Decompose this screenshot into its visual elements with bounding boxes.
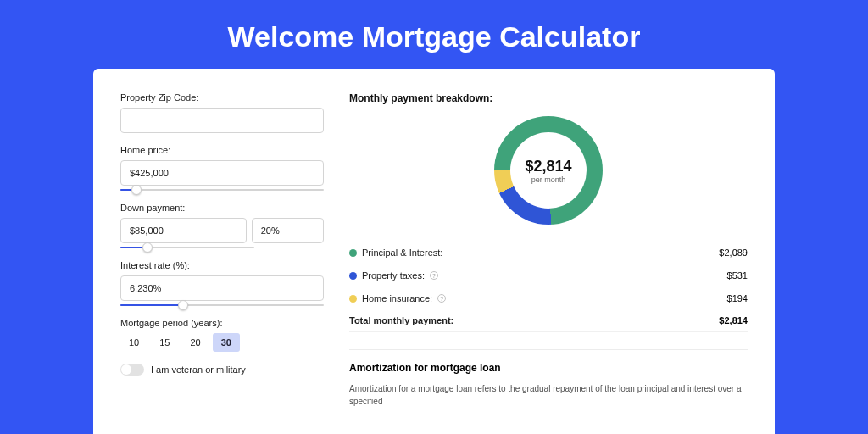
- down-payment-input[interactable]: [120, 218, 247, 243]
- inputs-panel: Property Zip Code: Home price: Down paym…: [120, 92, 324, 434]
- down-payment-group: Down payment:: [120, 203, 324, 248]
- period-button-15[interactable]: 15: [151, 333, 178, 352]
- total-label: Total monthly payment:: [349, 315, 453, 326]
- home-price-group: Home price:: [120, 145, 324, 191]
- calculator-card: Property Zip Code: Home price: Down paym…: [93, 69, 775, 434]
- veteran-toggle[interactable]: [120, 364, 144, 376]
- donut-chart-wrap: $2,814 per month: [349, 116, 748, 225]
- results-panel: Monthly payment breakdown: $2,814 per mo…: [349, 92, 748, 434]
- breakdown-row: Property taxes:?$531: [349, 264, 748, 287]
- home-price-label: Home price:: [120, 145, 324, 155]
- legend-label: Property taxes:: [362, 270, 425, 281]
- amortization-section: Amortization for mortgage loan Amortizat…: [349, 349, 748, 408]
- slider-knob[interactable]: [178, 300, 188, 310]
- page-title: Welcome Mortgage Calculator: [0, 0, 868, 69]
- legend-label: Home insurance:: [362, 293, 432, 303]
- legend-amount: $2,089: [719, 248, 748, 258]
- slider-fill: [120, 304, 183, 306]
- rate-group: Interest rate (%):: [120, 260, 324, 306]
- breakdown-row: Principal & Interest:$2,089: [349, 242, 748, 264]
- donut-value: $2,814: [525, 158, 571, 175]
- info-icon[interactable]: ?: [430, 271, 438, 280]
- veteran-row: I am veteran or military: [120, 364, 324, 376]
- zip-input[interactable]: [120, 108, 324, 133]
- zip-label: Property Zip Code:: [120, 92, 324, 103]
- down-payment-slider[interactable]: [120, 247, 254, 248]
- donut-chart: $2,814 per month: [494, 116, 603, 225]
- legend-dot: [349, 295, 357, 303]
- down-payment-pct-input[interactable]: [252, 218, 324, 243]
- home-price-input[interactable]: [120, 160, 324, 186]
- legend-amount: $531: [727, 270, 748, 281]
- legend-dot: [349, 272, 357, 280]
- total-amount: $2,814: [719, 315, 748, 326]
- legend-amount: $194: [727, 293, 748, 303]
- amortization-body: Amortization for a mortgage loan refers …: [349, 382, 748, 408]
- period-group: Mortgage period (years): 10152030: [120, 318, 324, 352]
- rate-input[interactable]: [120, 275, 324, 301]
- donut-center: $2,814 per month: [510, 132, 587, 209]
- zip-group: Property Zip Code:: [120, 92, 324, 133]
- breakdown-list: Principal & Interest:$2,089Property taxe…: [349, 242, 748, 309]
- legend-label: Principal & Interest:: [362, 248, 442, 258]
- slider-knob[interactable]: [142, 242, 153, 253]
- rate-label: Interest rate (%):: [120, 260, 324, 270]
- period-button-30[interactable]: 30: [213, 333, 240, 352]
- period-button-10[interactable]: 10: [120, 333, 147, 352]
- veteran-label: I am veteran or military: [151, 364, 246, 375]
- period-label: Mortgage period (years):: [120, 318, 324, 328]
- breakdown-row: Home insurance:?$194: [349, 287, 748, 309]
- rate-slider[interactable]: [120, 304, 324, 306]
- home-price-slider[interactable]: [120, 189, 324, 191]
- period-button-row: 10152030: [120, 333, 324, 352]
- legend-dot: [349, 249, 357, 257]
- breakdown-total-row: Total monthly payment: $2,814: [349, 309, 748, 332]
- slider-knob[interactable]: [131, 185, 142, 195]
- amortization-title: Amortization for mortgage loan: [349, 362, 748, 374]
- period-button-20[interactable]: 20: [182, 333, 209, 352]
- down-payment-label: Down payment:: [120, 203, 324, 213]
- donut-sub: per month: [531, 175, 566, 184]
- info-icon[interactable]: ?: [437, 294, 446, 303]
- breakdown-title: Monthly payment breakdown:: [349, 92, 748, 104]
